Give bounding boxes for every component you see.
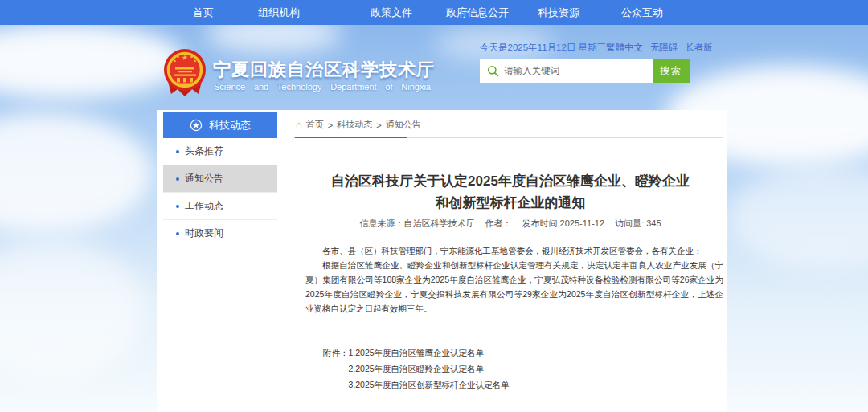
content-panel: 科技动态 头条推荐 通知公告 工作动态 时政要闻 [157,110,727,412]
sidebar-item-label: 通知公告 [185,172,223,186]
article-area: ⌂ 首页 > 科技动态 > 通知公告 自治区科技厅关于认定2025年度自治区雏鹰… [293,110,727,412]
article-paragraph: 各市、县（区）科技管理部门，宁东能源化工基地管委会，银川经济技术开发区管委会，各… [305,243,723,258]
search-icon [487,65,499,77]
attachment-link-2[interactable]: 2.2025年度自治区瞪羚企业认定名单 [349,361,510,377]
sidebar-item-headlines[interactable]: 头条推荐 [163,138,277,165]
sidebar-item-work-trends[interactable]: 工作动态 [163,193,277,220]
breadcrumb-home[interactable]: 首页 [306,119,324,131]
cloud [0,241,145,377]
article-body: 各市、县（区）科技管理部门，宁东能源化工基地管委会，银川经济技术开发区管委会，各… [305,243,723,316]
sidebar-item-notices[interactable]: 通知公告 [163,165,277,193]
attachments-block: 附件： 1.2025年度自治区雏鹰企业认定名单 2.2025年度自治区瞪羚企业认… [323,345,510,393]
search-button[interactable]: 搜索 [653,59,690,83]
nav-item-resources[interactable]: 科技资源 [538,5,579,20]
top-meta-bar: 今天是2025年11月12日 星期三 繁體中文 无障碍 长者版 [480,42,703,54]
meta-visit-count: 访问量: 345 [615,218,661,228]
cloud [727,165,868,269]
bullet-dot-icon [176,232,179,235]
search-bar: 搜索 [480,59,690,83]
nav-item-home[interactable]: 首页 [193,5,214,20]
nav-link-organization[interactable]: 组织机构 [258,6,300,18]
bullet-dot-icon [176,177,179,181]
sidebar-header: 科技动态 [163,112,277,138]
cloud [0,112,153,233]
nav-item-policy[interactable]: 政策文件 [371,5,412,20]
breadcrumb-notices[interactable]: 通知公告 [386,119,421,131]
bullet-dot-icon [176,150,179,153]
nav-item-gov-info[interactable]: 政府信息公开 [446,5,509,20]
sidebar: 科技动态 头条推荐 通知公告 工作动态 时政要闻 [163,112,277,247]
meta-source: 信息来源：自治区科学技术厅 [359,218,474,228]
sidebar-item-political-news[interactable]: 时政要闻 [163,220,277,247]
nav-link-interaction[interactable]: 公众互动 [621,6,663,18]
site-title[interactable]: 宁夏回族自治区科学技术厅 [213,58,435,82]
breadcrumb-separator: > [376,120,381,130]
attachment-link-3[interactable]: 3.2025年度自治区创新型标杆企业认定名单 [349,377,510,393]
nav-link-gov-info[interactable]: 政府信息公开 [446,6,509,18]
sidebar-item-label: 工作动态 [185,199,223,213]
nav-link-home[interactable]: 首页 [193,6,214,18]
cloud [0,22,185,99]
nav-item-organization[interactable]: 组织机构 [258,5,300,20]
sidebar-item-label: 时政要闻 [185,226,223,240]
national-emblem-icon[interactable] [163,47,207,97]
sidebar-title: 科技动态 [209,118,251,133]
bullet-dot-icon [176,205,179,208]
breadcrumb: ⌂ 首页 > 科技动态 > 通知公告 [296,119,421,131]
article-title-line1: 自治区科技厅关于认定2025年度自治区雏鹰企业、瞪羚企业 [331,173,690,189]
attachment-link-1[interactable]: 1.2025年度自治区雏鹰企业认定名单 [349,345,510,361]
search-input[interactable] [480,59,653,83]
link-elderly-version[interactable]: 长者版 [686,42,714,54]
page: 首页 组织机构 政策文件 政府信息公开 科技资源 公众互动 宁夏回族自治区科学技… [0,0,868,412]
meta-author: 作者： [485,218,511,228]
top-navigation: 首页 组织机构 政策文件 政府信息公开 科技资源 公众互动 [0,0,868,25]
breadcrumb-separator: > [328,120,333,130]
meta-publish-date: 发布时间:2025-11-12 [522,218,605,228]
article-title-line2: 和创新型标杆企业的通知 [436,195,586,210]
article-meta: 信息来源：自治区科学技术厅 作者： 发布时间:2025-11-12 访问量: 3… [293,218,727,230]
nav-item-interaction[interactable]: 公众互动 [621,5,663,20]
nav-link-resources[interactable]: 科技资源 [538,6,579,18]
current-date: 今天是2025年11月12日 星期三 [480,42,606,54]
breadcrumb-tech-trends[interactable]: 科技动态 [337,119,372,131]
breadcrumb-underline [295,137,407,138]
site-subtitle: Science and Technology Department of Nin… [214,82,431,92]
article-paragraph: 根据自治区雏鹰企业、瞪羚企业和创新型标杆企业认定管理有关规定，决定认定半亩良人农… [305,258,723,316]
link-traditional-chinese[interactable]: 繁體中文 [606,42,643,54]
link-accessibility[interactable]: 无障碍 [650,42,678,54]
article-title: 自治区科技厅关于认定2025年度自治区雏鹰企业、瞪羚企业 和创新型标杆企业的通知 [293,170,727,214]
star-circle-icon [190,119,203,132]
home-icon: ⌂ [296,120,302,130]
attachments-label: 附件： [323,345,349,393]
sidebar-item-label: 头条推荐 [185,145,223,158]
nav-link-policy[interactable]: 政策文件 [371,6,412,18]
